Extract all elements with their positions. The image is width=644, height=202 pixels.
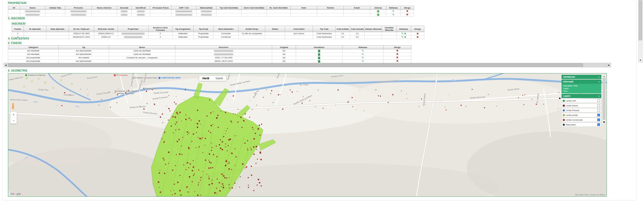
column-header[interactable]: Nationalitate xyxy=(197,6,216,10)
column-header[interactable]: Decedat xyxy=(117,6,132,10)
globe-icon[interactable] xyxy=(377,14,379,16)
layer-checkbox[interactable]: ✓ xyxy=(597,123,600,126)
scrollbar-thumb[interactable] xyxy=(639,1,642,40)
column-header[interactable]: Tip Drept xyxy=(194,26,214,32)
scroll-down-arrow[interactable]: ▼ xyxy=(603,120,606,124)
scrollbar-track[interactable] xyxy=(8,63,607,67)
column-header[interactable]: Tip Cota xyxy=(313,26,336,32)
layer-checkbox[interactable] xyxy=(597,109,600,112)
column-header[interactable]: Data Aplicatie xyxy=(46,26,69,32)
delete-icon[interactable]: ✖ xyxy=(396,60,398,62)
chevron-up-icon[interactable]: ▲ xyxy=(598,95,600,97)
table-row[interactable]: Act identitateAct administrativCarte de … xyxy=(8,49,411,53)
column-header[interactable]: Prenume xyxy=(65,6,92,10)
column-header[interactable]: Nume xyxy=(109,46,175,49)
column-header[interactable]: Nr xyxy=(8,6,20,10)
edit-icon[interactable]: ✎ xyxy=(401,36,403,38)
layer-checkbox[interactable] xyxy=(597,104,600,107)
attach-icon[interactable]: ✚ xyxy=(404,33,406,35)
column-header[interactable]: Persoana Fizica xyxy=(150,6,171,10)
horizontal-scrollbar[interactable]: ◀ ▶ xyxy=(4,63,611,67)
layer-item[interactable]: Limita Sector xyxy=(562,103,601,108)
zoom-in-button[interactable]: + xyxy=(10,112,17,117)
column-header[interactable]: Tip Card Identitate xyxy=(216,6,242,10)
view-document-icon[interactable] xyxy=(318,60,320,63)
delete-icon[interactable]: ✖ xyxy=(417,36,419,38)
column-header[interactable]: CNP / CUI xyxy=(171,6,197,10)
column-header[interactable]: Notari xyxy=(265,26,285,32)
layer-checkbox[interactable]: ✓ xyxy=(597,114,600,116)
column-header[interactable]: Proprietari xyxy=(118,26,149,32)
column-header[interactable]: Nume Anterior xyxy=(92,6,117,10)
table-row[interactable]: 218426/28-07-202122504-C22IntabulareProp… xyxy=(12,36,424,39)
delete-icon[interactable]: ✖ xyxy=(417,33,419,35)
column-header[interactable]: Serie Card Identitate xyxy=(242,6,267,10)
column-header[interactable]: Detalii Drept xyxy=(239,26,265,32)
view-document-icon[interactable] xyxy=(318,56,320,59)
zoom-out-button[interactable]: − xyxy=(10,118,17,124)
map-canvas[interactable] xyxy=(8,73,607,196)
scrollbar-thumb[interactable] xyxy=(603,78,605,120)
layer-item[interactable]: Limita Constructie✓ xyxy=(562,118,601,122)
column-header[interactable]: Descriere xyxy=(175,46,272,49)
column-header[interactable]: Note xyxy=(291,6,317,10)
panel-header-layere[interactable]: Layere ▲ xyxy=(562,94,601,98)
globe-icon[interactable] xyxy=(377,10,379,12)
scroll-down-arrow[interactable]: ▼ xyxy=(638,58,642,62)
column-header[interactable]: Nr Aplicatie xyxy=(24,26,46,32)
column-header[interactable]: Sectiune Carte Funciara xyxy=(149,26,172,32)
column-header[interactable]: Editeaza xyxy=(386,6,401,10)
delete-icon[interactable]: ✖ xyxy=(406,10,408,12)
column-header[interactable]: Identificat xyxy=(132,6,150,10)
vertical-scrollbar[interactable]: ▼ xyxy=(638,0,643,63)
column-header[interactable]: Adresa xyxy=(370,6,386,10)
delete-icon[interactable]: ✖ xyxy=(396,53,398,55)
panel-header-atentionari[interactable]: Atentionari ▲ xyxy=(562,75,601,79)
panel-collapse-arrow[interactable]: ▶ xyxy=(559,97,561,99)
layer-checkbox[interactable]: ✓ xyxy=(597,118,600,121)
table-row[interactable]: ✎✖ xyxy=(8,13,414,17)
column-header[interactable]: Referinte imobil xyxy=(94,26,118,32)
column-header[interactable]: Editeaza xyxy=(342,46,384,49)
satellite-button[interactable]: Satelit xyxy=(212,76,226,81)
pegman-icon[interactable] xyxy=(11,103,15,109)
column-header[interactable]: Comentarii xyxy=(285,26,313,32)
edit-icon[interactable]: ✎ xyxy=(362,60,364,63)
delete-icon[interactable]: ✖ xyxy=(396,50,398,52)
column-header[interactable]: Nr act / Data act xyxy=(69,26,94,32)
chevron-up-icon[interactable]: ▲ xyxy=(598,81,600,82)
attach-icon[interactable]: ✚ xyxy=(404,36,406,38)
table-row[interactable]: 13253/17-05-199322504,22504-C12Intabular… xyxy=(12,32,424,36)
edit-icon[interactable]: ✎ xyxy=(362,50,364,52)
column-header[interactable]: Nume xyxy=(20,6,45,10)
column-header[interactable]: Telefon xyxy=(317,6,344,10)
column-header[interactable]: Pozitie xyxy=(12,26,24,32)
edit-icon[interactable]: ✎ xyxy=(362,56,364,59)
scroll-right-arrow[interactable]: ▶ xyxy=(607,63,611,67)
column-header[interactable]: Categorie xyxy=(8,46,59,49)
edit-icon[interactable]: ✎ xyxy=(392,10,394,13)
column-header[interactable]: Cantitate Moneda xyxy=(382,26,397,32)
table-row[interactable]: Act proprietateAct administrativ18426 / … xyxy=(8,60,411,63)
layer-item[interactable]: Limita Parcela xyxy=(562,108,601,112)
table-row[interactable]: ✎✖ xyxy=(8,10,414,13)
delete-icon[interactable]: ✖ xyxy=(396,56,398,59)
layer-checkbox[interactable] xyxy=(597,99,600,102)
table-row[interactable]: Act proprietateAct notarialContract de v… xyxy=(8,56,411,60)
column-header[interactable]: Tip xyxy=(59,46,109,49)
layer-item[interactable]: Masuratori✓ xyxy=(562,122,601,127)
layer-item[interactable]: Limita UAT xyxy=(562,99,601,103)
scroll-left-arrow[interactable]: ◀ xyxy=(4,63,8,67)
column-header[interactable]: Cota Initiala xyxy=(336,26,350,32)
column-header[interactable]: Mod dobandire xyxy=(214,26,239,32)
delete-icon[interactable]: ✖ xyxy=(406,14,408,16)
table-row[interactable]: Act identitateAct administrativCarte de … xyxy=(8,53,411,56)
panel-scrollbar[interactable]: ▲ ▼ xyxy=(602,75,606,125)
column-header[interactable]: Vizualizare xyxy=(296,46,342,49)
column-header[interactable]: Sterge xyxy=(411,26,424,32)
map-button[interactable]: Hartă xyxy=(199,76,212,81)
edit-icon[interactable]: ✎ xyxy=(392,14,394,16)
column-header[interactable]: Email xyxy=(344,6,370,10)
chevron-up-icon[interactable]: ▲ xyxy=(598,76,600,78)
view-document-icon[interactable] xyxy=(318,53,320,56)
